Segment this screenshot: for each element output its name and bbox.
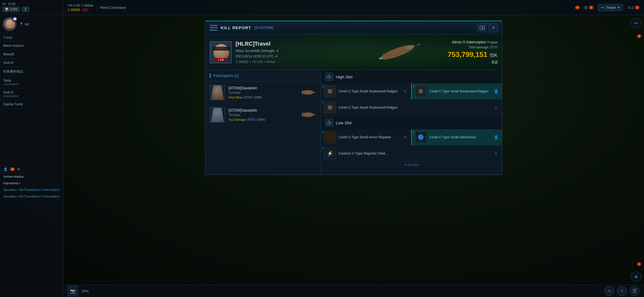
module-qty-armor: 1 [322,130,324,134]
low-slot-row-1: 1 Coreli C-Type Small Armor Repairer ✕ 1… [321,129,502,145]
modal-export-button[interactable] [478,23,487,32]
module-name-railgun-selected: Coreli C-Type Small Snubnosed Railgun [429,89,489,94]
low-slot-title: Low Slot [336,120,352,125]
pilot-name: [HLRC]Travel [236,41,279,47]
person-icon: 👤 [3,167,8,171]
low-slot-module-armor[interactable]: 1 Coreli C-Type Small Armor Repairer ✕ [321,129,411,145]
glasses-decoration [213,47,230,51]
travel-button[interactable]: ↪ 1-SMEB < YX-LYK < Delve Travel ▼ [598,4,623,11]
module-icon-magnetic [324,148,336,159]
chat-area: Vyrhea Alodica Fajnazehej > Savaekin > K… [0,173,63,297]
messenger-icon[interactable]: 💬 [12,16,18,22]
camera-button[interactable]: 📷 [68,286,78,296]
jump-icon[interactable]: ↩ [631,18,641,28]
module-qty-1: 1 [322,84,324,88]
participant-name-1: [ATOM]Savaekin [228,86,298,90]
camera-btn-container: 📷 [68,286,78,296]
high-slot-row-1: 1 Coreli C-Type Small Snubnosed Railgun … [321,83,502,100]
badge-3: 3 [589,6,594,9]
participant-item-1[interactable]: [ATOM]Savaekin Tornado Final Blow | 5737… [205,81,321,104]
sidebar-item-maco[interactable]: Maco Huacho [0,42,63,50]
module-close-1[interactable]: ✕ [402,89,408,94]
sidebar-item-list: Maco Huacho Masudi God of 吐鲁番的胡志 Tesla C… [0,42,63,165]
hero-pilot-details: [HLRC]Travel Warp Scramble Strength: 4 2… [236,41,279,64]
participant-avatar-1 [210,85,225,100]
right-notification-2: 1 [637,262,641,266]
participant-item-2[interactable]: [ATOM]Savaekin Tornado Top Damage | 5737… [205,104,321,126]
hero-value-panel: Atron II Interceptor Frigate Total damag… [447,34,498,70]
module-icon-armor [324,131,336,143]
participant-info-1: [ATOM]Savaekin Tornado Final Blow | 5737… [228,86,298,99]
isk-value: 753,799,151 [447,50,487,59]
sidebar-header: 4G 10:55 📦 3.0% Z [0,0,63,15]
participant-ship-1: Tornado [228,91,298,95]
zoom-out-button[interactable]: + [617,286,627,296]
kill-location: 1-SMEB < YX-LYK < Delve [236,60,279,64]
modal-header: KILL REPORT [ID:6207896] ✕ [205,21,502,34]
high-slot-module-selected[interactable]: 1 Coreli C-Type Small Snubnosed Railgun … [411,83,502,100]
system-name: 1-SMEB [68,8,80,12]
damage-display: -0.1 3 [627,6,640,10]
sidebar-item-tesla[interactable]: Tesla Command > [0,76,63,88]
isk-label: ISK [490,53,498,58]
module-name-afterburner: Coreli C-Type Small Afterburner [429,135,476,140]
result-label: Kill [492,60,498,65]
module-icon-railgun-1 [324,86,336,97]
right-btn-1[interactable]: ⊕ [631,271,641,282]
damage-label: Total damage: 5737 [469,45,498,49]
sidebar-item-god2[interactable]: God of Interceptor) [0,88,63,100]
isk-display: 753,799,151 ISK [447,50,498,59]
high-slot-module-1[interactable]: 1 Coreli C-Type Small Snubnosed Railgun … [321,83,411,100]
chat-line-2: Fajnazehej > [0,180,63,186]
chat-line-kill-2[interactable]: Savaekin > Kill:Travel(Atron II Intercep… [0,193,63,200]
participant-info-2: [ATOM]Savaekin Tornado Top Damage | 5737… [228,108,298,121]
zoom-in-button[interactable]: + [604,286,614,296]
percentage-display[interactable]: 📦 3.0% [2,7,20,12]
kill-timestamp: 2021/10/14 10:55:13 UTC -4 [236,54,279,58]
notification-bar: 👤 9 ✉ [0,165,63,173]
high-slot-module-2[interactable]: 1 Coreli C-Type Small Snubnosed Railgun … [321,100,502,116]
z-button[interactable]: Z [22,7,29,12]
module-name-magnetic: Corelum C-Type Magnetic Field... [339,151,388,156]
filter-icon[interactable]: ⊞ [584,5,588,10]
module-close-2[interactable]: ✕ [493,105,499,110]
high-slot-header: High Slot [321,70,502,83]
sidebar-item-god1[interactable]: God of [0,59,63,67]
system-location: YX-LYK < Delve [68,3,93,7]
sidebar-sub-interceptor: Interceptor) [3,94,60,98]
module-name-railgun-2: Coreli C-Type Small Snubnosed Railgun [339,105,398,110]
participant-name-2: [ATOM]Savaekin [228,108,298,112]
module-qty-magnetic: 1 [322,147,324,150]
location-icon: 📍 [19,22,23,26]
sidebar-sub-command: Command > [3,82,60,86]
module-close-armor[interactable]: ✕ [402,134,408,140]
dropdown-arrow-icon: ▼ [617,6,620,9]
sidebar-item-sophia[interactable]: Sophia Tumb [0,100,63,109]
module-name-railgun-1: Coreli C-Type Small Snubnosed Railgun [339,89,398,94]
hero-pilot-avatar: 1 Kill [210,41,232,63]
location-display: 📍 cal [19,22,29,26]
fleet-command-label[interactable]: Fleet Command [100,6,125,10]
travel-icon: ↪ [601,6,604,10]
low-slot-module-afterburner[interactable]: 1 Coreli C-Type Small Afterburner 👤 [411,129,502,145]
modules-panel: High Slot 1 Coreli C-Type Small Snubnose… [321,70,502,175]
topbar-right: 4 ⊞ 3 ↪ 1-SMEB < YX-LYK < Delve Travel ▼… [575,4,640,11]
modal-close-button[interactable]: ✕ [489,23,498,32]
badge-count: 3 [635,6,640,9]
chat-line-kill-1[interactable]: Savaekin > Kill:Travel(Atron II Intercep… [0,186,63,193]
modal-menu-button[interactable] [210,25,217,31]
sidebar-item-tulu[interactable]: 吐鲁番的胡志 [0,67,63,76]
high-slot-section: High Slot 1 Coreli C-Type Small Snubnose… [321,70,502,116]
participants-header: Participants [1] [205,70,321,81]
low-slot-module-magnetic[interactable]: 1 Corelum C-Type Magnetic Field... ✕ [321,145,502,162]
participants-count: [1] [234,73,239,78]
module-qty-2: 1 [322,101,324,104]
high-slot-row-2: 1 Coreli C-Type Small Snubnosed Railgun … [321,100,502,116]
module-close-magnetic[interactable]: ✕ [493,151,499,156]
module-select-afterburner: 👤 [493,134,499,140]
ship-name-display: Atron II Interceptor Frigate [452,40,498,44]
mail-icon: ✉ [17,167,20,171]
sidebar-item-masudi[interactable]: Masudi [0,50,63,59]
modal-overlay: KILL REPORT [ID:6207896] ✕ 1 Kill [63,15,644,297]
menu-button[interactable]: ☰ [630,286,640,296]
